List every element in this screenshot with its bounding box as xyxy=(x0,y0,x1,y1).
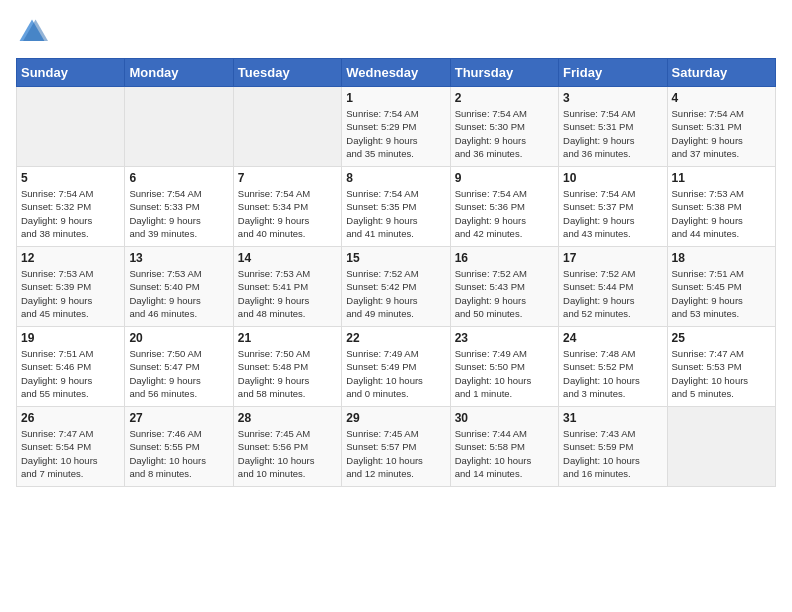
day-number: 25 xyxy=(672,331,771,345)
weekday-header-thursday: Thursday xyxy=(450,59,558,87)
day-number: 1 xyxy=(346,91,445,105)
day-info: Sunrise: 7:54 AM Sunset: 5:31 PM Dayligh… xyxy=(563,107,662,160)
week-row-4: 19Sunrise: 7:51 AM Sunset: 5:46 PM Dayli… xyxy=(17,327,776,407)
day-number: 2 xyxy=(455,91,554,105)
day-info: Sunrise: 7:49 AM Sunset: 5:50 PM Dayligh… xyxy=(455,347,554,400)
day-info: Sunrise: 7:54 AM Sunset: 5:34 PM Dayligh… xyxy=(238,187,337,240)
day-cell: 15Sunrise: 7:52 AM Sunset: 5:42 PM Dayli… xyxy=(342,247,450,327)
day-number: 30 xyxy=(455,411,554,425)
day-number: 7 xyxy=(238,171,337,185)
week-row-3: 12Sunrise: 7:53 AM Sunset: 5:39 PM Dayli… xyxy=(17,247,776,327)
week-row-2: 5Sunrise: 7:54 AM Sunset: 5:32 PM Daylig… xyxy=(17,167,776,247)
day-cell: 3Sunrise: 7:54 AM Sunset: 5:31 PM Daylig… xyxy=(559,87,667,167)
day-info: Sunrise: 7:50 AM Sunset: 5:47 PM Dayligh… xyxy=(129,347,228,400)
day-number: 29 xyxy=(346,411,445,425)
day-info: Sunrise: 7:54 AM Sunset: 5:37 PM Dayligh… xyxy=(563,187,662,240)
day-info: Sunrise: 7:48 AM Sunset: 5:52 PM Dayligh… xyxy=(563,347,662,400)
weekday-header-monday: Monday xyxy=(125,59,233,87)
day-number: 3 xyxy=(563,91,662,105)
day-cell: 17Sunrise: 7:52 AM Sunset: 5:44 PM Dayli… xyxy=(559,247,667,327)
day-cell: 19Sunrise: 7:51 AM Sunset: 5:46 PM Dayli… xyxy=(17,327,125,407)
day-cell xyxy=(125,87,233,167)
day-cell: 31Sunrise: 7:43 AM Sunset: 5:59 PM Dayli… xyxy=(559,407,667,487)
day-cell: 9Sunrise: 7:54 AM Sunset: 5:36 PM Daylig… xyxy=(450,167,558,247)
day-cell xyxy=(667,407,775,487)
day-number: 17 xyxy=(563,251,662,265)
day-info: Sunrise: 7:49 AM Sunset: 5:49 PM Dayligh… xyxy=(346,347,445,400)
day-cell: 4Sunrise: 7:54 AM Sunset: 5:31 PM Daylig… xyxy=(667,87,775,167)
day-number: 21 xyxy=(238,331,337,345)
weekday-header-friday: Friday xyxy=(559,59,667,87)
day-info: Sunrise: 7:54 AM Sunset: 5:31 PM Dayligh… xyxy=(672,107,771,160)
weekday-header-sunday: Sunday xyxy=(17,59,125,87)
day-cell: 16Sunrise: 7:52 AM Sunset: 5:43 PM Dayli… xyxy=(450,247,558,327)
day-info: Sunrise: 7:47 AM Sunset: 5:54 PM Dayligh… xyxy=(21,427,120,480)
day-info: Sunrise: 7:53 AM Sunset: 5:40 PM Dayligh… xyxy=(129,267,228,320)
header xyxy=(16,16,776,48)
day-cell: 11Sunrise: 7:53 AM Sunset: 5:38 PM Dayli… xyxy=(667,167,775,247)
calendar-body: 1Sunrise: 7:54 AM Sunset: 5:29 PM Daylig… xyxy=(17,87,776,487)
day-number: 11 xyxy=(672,171,771,185)
day-cell: 28Sunrise: 7:45 AM Sunset: 5:56 PM Dayli… xyxy=(233,407,341,487)
day-number: 23 xyxy=(455,331,554,345)
day-cell: 8Sunrise: 7:54 AM Sunset: 5:35 PM Daylig… xyxy=(342,167,450,247)
day-cell xyxy=(233,87,341,167)
day-number: 9 xyxy=(455,171,554,185)
day-cell xyxy=(17,87,125,167)
logo-icon xyxy=(16,16,48,48)
weekday-header-saturday: Saturday xyxy=(667,59,775,87)
day-info: Sunrise: 7:54 AM Sunset: 5:32 PM Dayligh… xyxy=(21,187,120,240)
day-info: Sunrise: 7:53 AM Sunset: 5:38 PM Dayligh… xyxy=(672,187,771,240)
day-info: Sunrise: 7:44 AM Sunset: 5:58 PM Dayligh… xyxy=(455,427,554,480)
weekday-header-row: SundayMondayTuesdayWednesdayThursdayFrid… xyxy=(17,59,776,87)
day-cell: 23Sunrise: 7:49 AM Sunset: 5:50 PM Dayli… xyxy=(450,327,558,407)
day-cell: 14Sunrise: 7:53 AM Sunset: 5:41 PM Dayli… xyxy=(233,247,341,327)
day-number: 12 xyxy=(21,251,120,265)
day-number: 18 xyxy=(672,251,771,265)
day-cell: 2Sunrise: 7:54 AM Sunset: 5:30 PM Daylig… xyxy=(450,87,558,167)
day-cell: 18Sunrise: 7:51 AM Sunset: 5:45 PM Dayli… xyxy=(667,247,775,327)
day-info: Sunrise: 7:52 AM Sunset: 5:42 PM Dayligh… xyxy=(346,267,445,320)
day-number: 14 xyxy=(238,251,337,265)
day-number: 31 xyxy=(563,411,662,425)
day-number: 27 xyxy=(129,411,228,425)
day-info: Sunrise: 7:54 AM Sunset: 5:35 PM Dayligh… xyxy=(346,187,445,240)
day-info: Sunrise: 7:45 AM Sunset: 5:57 PM Dayligh… xyxy=(346,427,445,480)
day-info: Sunrise: 7:47 AM Sunset: 5:53 PM Dayligh… xyxy=(672,347,771,400)
day-cell: 30Sunrise: 7:44 AM Sunset: 5:58 PM Dayli… xyxy=(450,407,558,487)
day-number: 20 xyxy=(129,331,228,345)
weekday-header-tuesday: Tuesday xyxy=(233,59,341,87)
day-info: Sunrise: 7:50 AM Sunset: 5:48 PM Dayligh… xyxy=(238,347,337,400)
day-cell: 29Sunrise: 7:45 AM Sunset: 5:57 PM Dayli… xyxy=(342,407,450,487)
day-cell: 25Sunrise: 7:47 AM Sunset: 5:53 PM Dayli… xyxy=(667,327,775,407)
day-number: 26 xyxy=(21,411,120,425)
day-info: Sunrise: 7:51 AM Sunset: 5:45 PM Dayligh… xyxy=(672,267,771,320)
day-info: Sunrise: 7:53 AM Sunset: 5:39 PM Dayligh… xyxy=(21,267,120,320)
day-cell: 20Sunrise: 7:50 AM Sunset: 5:47 PM Dayli… xyxy=(125,327,233,407)
day-number: 16 xyxy=(455,251,554,265)
day-cell: 7Sunrise: 7:54 AM Sunset: 5:34 PM Daylig… xyxy=(233,167,341,247)
day-info: Sunrise: 7:54 AM Sunset: 5:36 PM Dayligh… xyxy=(455,187,554,240)
day-number: 10 xyxy=(563,171,662,185)
day-number: 4 xyxy=(672,91,771,105)
day-info: Sunrise: 7:52 AM Sunset: 5:44 PM Dayligh… xyxy=(563,267,662,320)
day-cell: 5Sunrise: 7:54 AM Sunset: 5:32 PM Daylig… xyxy=(17,167,125,247)
day-info: Sunrise: 7:52 AM Sunset: 5:43 PM Dayligh… xyxy=(455,267,554,320)
day-cell: 27Sunrise: 7:46 AM Sunset: 5:55 PM Dayli… xyxy=(125,407,233,487)
day-info: Sunrise: 7:54 AM Sunset: 5:33 PM Dayligh… xyxy=(129,187,228,240)
calendar-table: SundayMondayTuesdayWednesdayThursdayFrid… xyxy=(16,58,776,487)
day-cell: 21Sunrise: 7:50 AM Sunset: 5:48 PM Dayli… xyxy=(233,327,341,407)
day-info: Sunrise: 7:43 AM Sunset: 5:59 PM Dayligh… xyxy=(563,427,662,480)
day-number: 6 xyxy=(129,171,228,185)
day-cell: 24Sunrise: 7:48 AM Sunset: 5:52 PM Dayli… xyxy=(559,327,667,407)
calendar-header: SundayMondayTuesdayWednesdayThursdayFrid… xyxy=(17,59,776,87)
day-cell: 1Sunrise: 7:54 AM Sunset: 5:29 PM Daylig… xyxy=(342,87,450,167)
day-number: 24 xyxy=(563,331,662,345)
day-info: Sunrise: 7:46 AM Sunset: 5:55 PM Dayligh… xyxy=(129,427,228,480)
day-cell: 12Sunrise: 7:53 AM Sunset: 5:39 PM Dayli… xyxy=(17,247,125,327)
day-number: 5 xyxy=(21,171,120,185)
weekday-header-wednesday: Wednesday xyxy=(342,59,450,87)
day-number: 15 xyxy=(346,251,445,265)
day-info: Sunrise: 7:54 AM Sunset: 5:30 PM Dayligh… xyxy=(455,107,554,160)
day-info: Sunrise: 7:54 AM Sunset: 5:29 PM Dayligh… xyxy=(346,107,445,160)
